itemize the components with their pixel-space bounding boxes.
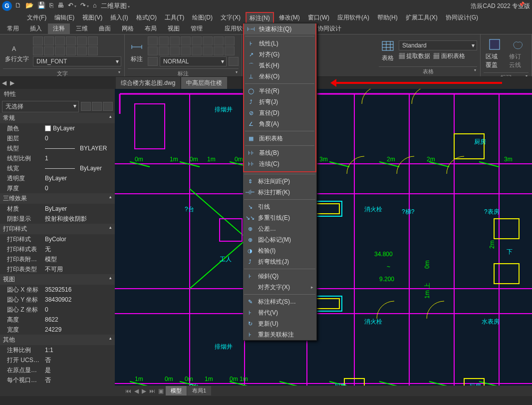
- property-section[interactable]: 三维效果: [0, 193, 115, 204]
- qat-save-icon[interactable]: 💾: [37, 1, 45, 10]
- menu-item[interactable]: ↻更新(U): [243, 318, 316, 329]
- ribbon-tab[interactable]: 曲面: [94, 23, 116, 34]
- panel-title-mark[interactable]: 标记: [484, 72, 529, 77]
- menu-item[interactable]: ⊘直径(D): [244, 107, 315, 118]
- menu-item[interactable]: 窗口(W): [305, 12, 332, 23]
- menu-item[interactable]: 修改(M): [276, 12, 303, 23]
- menu-item[interactable]: 协同设计(G): [443, 12, 481, 23]
- text-tools-grid[interactable]: [33, 36, 121, 55]
- menu-item[interactable]: ⊦⊦连续(C): [244, 158, 315, 169]
- menu-item[interactable]: 格式(O): [133, 12, 160, 23]
- property-row[interactable]: 打印样式表无: [0, 244, 115, 254]
- property-row[interactable]: 注释比例1:1: [0, 345, 115, 355]
- menu-item[interactable]: ◯半径(R): [244, 85, 315, 96]
- property-row[interactable]: 材质ByLayer: [0, 204, 115, 214]
- property-row[interactable]: 高度8622: [0, 315, 115, 325]
- layout-nav-last-icon[interactable]: ⏭: [148, 388, 157, 395]
- menu-item[interactable]: ⇕标注间距(P): [243, 176, 316, 187]
- layout-tab-layout1[interactable]: 布局1: [187, 386, 211, 396]
- property-row[interactable]: 圆心 X 坐标35292516: [0, 285, 115, 295]
- menu-item[interactable]: 插入(I): [107, 12, 131, 23]
- ribbon-tab[interactable]: 网格: [117, 23, 139, 34]
- qat-open-icon[interactable]: 📂: [25, 1, 33, 10]
- property-row[interactable]: 透明度ByLayer: [0, 173, 115, 183]
- menu-item[interactable]: 视图(V): [79, 12, 105, 23]
- menu-item[interactable]: 编辑(E): [51, 12, 77, 23]
- menu-item[interactable]: 标注(N): [246, 12, 274, 23]
- menu-item[interactable]: ✎标注样式(S)…: [243, 296, 316, 307]
- area-table-button[interactable]: ▦ 面积表格: [433, 52, 465, 60]
- property-row[interactable]: 图层0: [0, 133, 115, 143]
- property-section[interactable]: 常规: [0, 113, 115, 123]
- menu-item[interactable]: 文件(F): [24, 12, 49, 23]
- menu-item[interactable]: 帮助(H): [374, 12, 401, 23]
- layout-add-icon[interactable]: ▣: [157, 388, 165, 395]
- menu-item[interactable]: ↘引线: [243, 201, 316, 212]
- ribbon-tab[interactable]: 管理: [186, 23, 208, 34]
- property-row[interactable]: 圆心 Y 坐标38430902: [0, 295, 115, 305]
- menu-item[interactable]: ∠角度(A): [244, 118, 315, 129]
- qat-workspace-combo[interactable]: 二维草图: [101, 1, 130, 10]
- property-row[interactable]: 线型BYLAYER: [0, 143, 115, 153]
- menu-item[interactable]: ◑检验(I): [243, 245, 316, 256]
- app-logo[interactable]: G: [2, 1, 12, 11]
- qat-undo-icon[interactable]: ↶: [68, 1, 76, 10]
- ribbon-tab[interactable]: 布局: [140, 23, 162, 34]
- property-row[interactable]: 线型比例1: [0, 153, 115, 163]
- menu-item[interactable]: ⊦⊣快速标注(Q): [244, 23, 315, 34]
- menu-item[interactable]: 工具(T): [162, 12, 187, 23]
- ribbon-tab[interactable]: 三维: [71, 23, 93, 34]
- property-section[interactable]: 其他: [0, 335, 115, 345]
- drawing-canvas[interactable]: 0m1m0m1m0m3m2m2m3m1m0m0m1m0m1m0m2m1m 上厨房…: [115, 89, 532, 396]
- property-row[interactable]: 宽度24229: [0, 325, 115, 335]
- panel-title-text[interactable]: 文字: [3, 68, 121, 77]
- property-row[interactable]: 圆心 Z 坐标0: [0, 305, 115, 315]
- menu-item[interactable]: ⊕圆心标记(M): [243, 234, 316, 245]
- property-row[interactable]: 颜色ByLayer: [0, 123, 115, 133]
- pin-icon[interactable]: 📌 ✕: [519, 1, 530, 7]
- menu-item[interactable]: ⤴折弯(J): [244, 96, 315, 107]
- table-style-combo[interactable]: Standard: [399, 40, 477, 50]
- menu-item[interactable]: ⊦⊦基线(B): [244, 147, 315, 158]
- qat-saveas-icon[interactable]: ⎘: [49, 1, 53, 10]
- quickselect-icon[interactable]: [81, 102, 91, 111]
- ribbon-tab[interactable]: 插入: [25, 23, 47, 34]
- extract-data-button[interactable]: ▦ 提取数据: [399, 52, 430, 60]
- menu-item[interactable]: ⊕公差…: [243, 223, 316, 234]
- qat-home-icon[interactable]: ⌂: [93, 1, 97, 10]
- property-row[interactable]: 在原点显…是: [0, 365, 115, 375]
- property-row[interactable]: 阴影显示投射和接收阴影: [0, 214, 115, 224]
- select-icon[interactable]: [103, 102, 113, 111]
- menu-item[interactable]: ▦面积表格: [244, 133, 315, 144]
- menu-item[interactable]: ⊥坐标(O): [244, 71, 315, 82]
- menu-item[interactable]: 应用软件(A): [334, 12, 372, 23]
- revcloud-button[interactable]: 修订云线: [507, 36, 529, 70]
- selection-combo[interactable]: 无选择: [2, 101, 79, 112]
- tab-scroll-right-icon[interactable]: ▶: [8, 79, 16, 86]
- property-row[interactable]: 打印表附…模型: [0, 254, 115, 264]
- menu-item[interactable]: ⊦重新关联标注: [243, 329, 316, 340]
- ribbon-tab[interactable]: [209, 27, 219, 29]
- doc-tab[interactable]: 中高层商住楼: [181, 77, 227, 89]
- menu-item[interactable]: ↘↘多重引线(E): [243, 212, 316, 223]
- panel-title-table[interactable]: 表格: [379, 66, 477, 76]
- menu-item[interactable]: ⊦线性(L): [244, 38, 315, 49]
- layout-tab-model[interactable]: 模型: [166, 386, 187, 396]
- menu-item[interactable]: 绘图(D): [189, 12, 216, 23]
- property-row[interactable]: 厚度0: [0, 183, 115, 193]
- ribbon-tab[interactable]: 常用: [2, 23, 24, 34]
- menu-item[interactable]: ⌒弧长(H): [244, 60, 315, 71]
- qat-new-icon[interactable]: 🗋: [15, 1, 21, 10]
- menu-item[interactable]: ↗对齐(G): [244, 49, 315, 60]
- layout-nav-first-icon[interactable]: ⏮: [124, 388, 133, 395]
- dim-style-combo[interactable]: NORMAL: [160, 56, 227, 66]
- property-section[interactable]: 打印样式: [0, 224, 115, 234]
- ribbon-tab[interactable]: 视图: [163, 23, 185, 34]
- menu-item[interactable]: ⊣⊢标注打断(K): [243, 187, 316, 198]
- dimension-button[interactable]: 标注: [128, 39, 146, 64]
- property-section[interactable]: 视图: [0, 274, 115, 285]
- property-row[interactable]: 打开 UCS…否: [0, 355, 115, 365]
- pickadd-icon[interactable]: [92, 102, 102, 111]
- qat-redo-icon[interactable]: ↷: [80, 1, 89, 10]
- wipeout-button[interactable]: 区域覆盖: [484, 36, 505, 70]
